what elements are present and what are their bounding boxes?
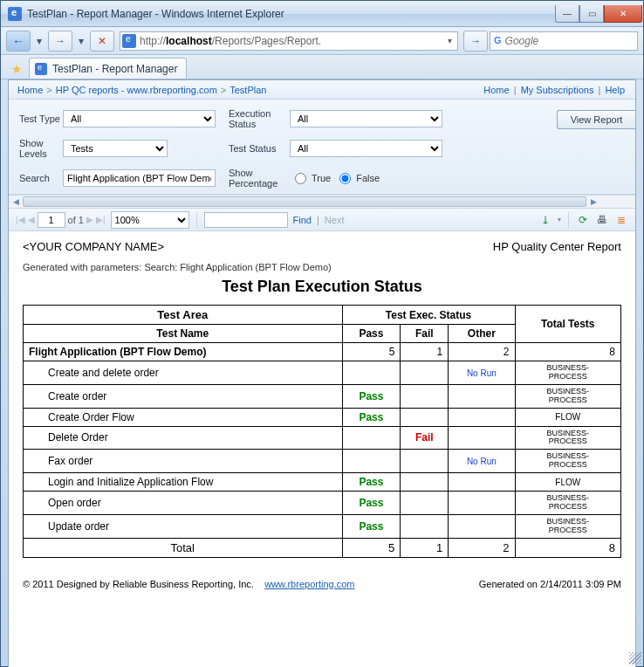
back-dropdown[interactable]: ▾	[32, 31, 46, 52]
cell-name: Delete Order	[24, 426, 343, 450]
hdr-other: Other	[449, 325, 515, 343]
scroll-right-icon[interactable]: ▶	[586, 196, 600, 208]
group-row: Flight Application (BPT Flow Demo) 5 1 2…	[24, 343, 621, 361]
parameters-panel: Test Type All Execution Status All Show …	[9, 100, 635, 195]
cell-type: BUSINESS-PROCESS	[515, 514, 620, 538]
feed-icon[interactable]: ≣	[614, 213, 628, 227]
next-link[interactable]: Next	[325, 215, 345, 225]
tab-title: TestPlan - Report Manager	[52, 63, 177, 75]
label-search: Search	[19, 173, 63, 183]
crumb-folder[interactable]: HP QC reports - www.rbreporting.com	[56, 85, 217, 95]
next-page-icon[interactable]: ▶	[86, 215, 93, 224]
report-body: <YOUR COMPANY NAME> HP Quality Center Re…	[9, 231, 635, 598]
cell-type: BUSINESS-PROCESS	[515, 450, 620, 473]
total-other: 2	[449, 538, 515, 557]
print-icon[interactable]: 🖶	[595, 213, 609, 227]
zoom-select[interactable]: 100%	[111, 211, 189, 229]
resize-grip[interactable]	[629, 652, 641, 664]
cell-name: Create and delete order	[24, 361, 343, 385]
page-number-input[interactable]	[38, 212, 65, 228]
table-row: Update orderPassBUSINESS-PROCESS	[24, 514, 621, 538]
refresh-icon[interactable]: ⟳	[576, 213, 590, 227]
favorites-icon[interactable]: ★	[6, 59, 27, 79]
search-box[interactable]: G	[490, 31, 638, 51]
cell-type: FLOW	[515, 408, 620, 426]
cell-pass: Pass	[342, 408, 401, 426]
scroll-left-icon[interactable]: ◀	[9, 196, 23, 208]
radio-true[interactable]	[295, 173, 306, 184]
cell-pass	[342, 450, 401, 473]
report-subtitle: HP Quality Center Report	[493, 240, 621, 253]
total-label: Total	[24, 538, 343, 557]
link-help[interactable]: Help	[605, 85, 625, 95]
footer-link[interactable]: www.rbreporting.com	[264, 579, 354, 589]
input-search[interactable]	[63, 169, 216, 187]
link-home[interactable]: Home	[483, 85, 509, 95]
radio-show-pct: True False	[290, 173, 456, 184]
url-dropdown-icon[interactable]: ▾	[444, 36, 456, 45]
totals-row: Total 5 1 2 8	[24, 538, 621, 557]
group-other: 2	[449, 343, 515, 361]
report-title: Test Plan Execution Status	[23, 278, 621, 296]
cell-type: FLOW	[515, 473, 620, 492]
address-bar[interactable]: http://localhost/Reports/Pages/Report. ▾	[120, 31, 458, 51]
select-show-levels[interactable]: Tests	[63, 140, 168, 157]
search-input[interactable]	[505, 35, 637, 47]
table-row: Fax orderNo RunBUSINESS-PROCESS	[24, 450, 621, 473]
maximize-button[interactable]: ▭	[579, 5, 604, 23]
cell-other: No Run	[449, 361, 515, 385]
select-test-status[interactable]: All	[290, 140, 442, 157]
export-icon[interactable]: ⤓	[538, 213, 552, 227]
prev-page-icon[interactable]: ◀	[28, 215, 35, 224]
viewer-toolbar: |◀ ◀ of 1 ▶ ▶| 100% Find | Next ⤓▾ ⟳ 🖶 ≣	[9, 209, 635, 231]
cell-name: Open order	[24, 492, 343, 515]
close-button[interactable]: ✕	[604, 5, 642, 23]
cell-fail	[401, 473, 449, 492]
table-row: Delete OrderFailBUSINESS-PROCESS	[24, 426, 621, 450]
group-pass: 5	[342, 343, 401, 361]
go-button[interactable]: →	[463, 31, 488, 52]
crumb-current[interactable]: TestPlan	[230, 85, 266, 95]
select-test-type[interactable]: All	[63, 110, 216, 127]
link-subscriptions[interactable]: My Subscriptions	[521, 85, 594, 95]
ie-icon	[8, 7, 22, 21]
view-report-button[interactable]: View Report	[557, 110, 635, 129]
label-test-type: Test Type	[19, 113, 63, 124]
cell-name: Create order	[24, 384, 343, 408]
stop-button[interactable]: ✕	[90, 31, 114, 52]
page-of-label: of 1	[68, 215, 84, 225]
back-button[interactable]: ←	[6, 31, 31, 52]
cell-name: Fax order	[24, 450, 343, 473]
hdr-total: Total Tests	[515, 306, 620, 343]
find-link[interactable]: Find	[293, 215, 312, 225]
cell-type: BUSINESS-PROCESS	[515, 361, 620, 385]
group-name: Flight Application (BPT Flow Demo)	[24, 343, 343, 361]
forward-button[interactable]: →	[48, 31, 72, 52]
find-input[interactable]	[204, 212, 288, 228]
select-exec-status[interactable]: All	[290, 110, 442, 127]
total-total: 8	[515, 538, 620, 557]
first-page-icon[interactable]: |◀	[16, 215, 25, 224]
footer-generated: Generated on 2/14/2011 3:09 PM	[479, 579, 621, 589]
company-name: <YOUR COMPANY NAME>	[23, 240, 164, 253]
cell-name: Login and Initialize Application Flow	[24, 473, 343, 492]
browser-window: TestPlan - Report Manager - Windows Inte…	[0, 0, 644, 667]
window-title: TestPlan - Report Manager - Windows Inte…	[27, 8, 555, 20]
cell-other	[449, 384, 515, 408]
browser-tab[interactable]: TestPlan - Report Manager	[29, 58, 187, 79]
group-fail: 1	[401, 343, 449, 361]
google-icon: G	[494, 35, 502, 47]
cell-other	[449, 426, 515, 450]
hdr-exec: Test Exec. Status	[342, 306, 515, 325]
last-page-icon[interactable]: ▶|	[96, 215, 106, 224]
table-row: Login and Initialize Application FlowPas…	[24, 473, 621, 492]
label-show-levels: Show Levels	[19, 138, 63, 159]
radio-false[interactable]	[339, 173, 351, 184]
cell-pass: Pass	[342, 514, 401, 538]
scroll-thumb[interactable]	[23, 196, 586, 207]
crumb-home[interactable]: Home	[17, 85, 43, 95]
minimize-button[interactable]: —	[555, 5, 579, 23]
cell-other	[449, 408, 515, 426]
forward-dropdown[interactable]: ▾	[74, 31, 88, 52]
params-scrollbar[interactable]: ◀ ▶	[9, 195, 635, 209]
